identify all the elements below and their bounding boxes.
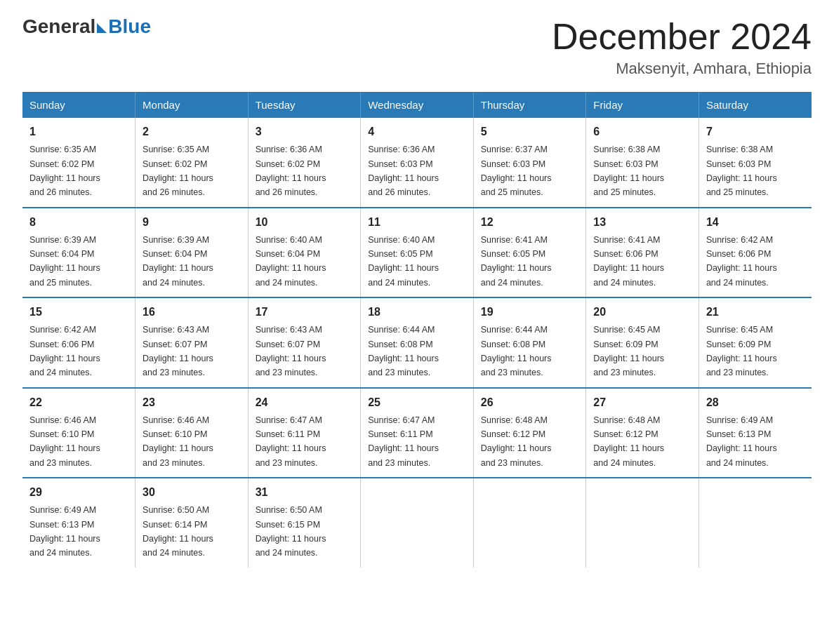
day-number: 6 (593, 123, 691, 140)
day-number: 30 (143, 484, 241, 501)
day-info: Sunrise: 6:49 AMSunset: 6:13 PMDaylight:… (706, 415, 777, 468)
day-cell: 18 Sunrise: 6:44 AMSunset: 6:08 PMDaylig… (361, 297, 474, 388)
day-cell: 31 Sunrise: 6:50 AMSunset: 6:15 PMDaylig… (248, 478, 361, 568)
day-cell: 3 Sunrise: 6:36 AMSunset: 6:02 PMDayligh… (248, 118, 361, 208)
day-cell: 2 Sunrise: 6:35 AMSunset: 6:02 PMDayligh… (135, 118, 249, 208)
day-cell: 21 Sunrise: 6:45 AMSunset: 6:09 PMDaylig… (699, 297, 812, 388)
day-info: Sunrise: 6:42 AMSunset: 6:06 PMDaylight:… (29, 325, 100, 377)
day-cell: 4 Sunrise: 6:36 AMSunset: 6:03 PMDayligh… (361, 118, 474, 208)
day-number: 14 (706, 214, 805, 231)
calendar-subtitle: Maksenyit, Amhara, Ethiopia (552, 60, 812, 78)
day-number: 27 (593, 394, 691, 411)
day-number: 3 (256, 123, 354, 140)
day-number: 13 (593, 214, 691, 231)
week-row-2: 8 Sunrise: 6:39 AMSunset: 6:04 PMDayligh… (22, 208, 812, 298)
day-number: 11 (368, 214, 466, 231)
week-row-4: 22 Sunrise: 6:46 AMSunset: 6:10 PMDaylig… (22, 388, 812, 478)
day-info: Sunrise: 6:48 AMSunset: 6:12 PMDaylight:… (593, 415, 664, 468)
day-info: Sunrise: 6:41 AMSunset: 6:06 PMDaylight:… (593, 235, 664, 288)
day-cell: 27 Sunrise: 6:48 AMSunset: 6:12 PMDaylig… (586, 388, 699, 478)
day-cell: 7 Sunrise: 6:38 AMSunset: 6:03 PMDayligh… (699, 118, 812, 208)
day-cell (473, 478, 586, 568)
day-info: Sunrise: 6:36 AMSunset: 6:02 PMDaylight:… (256, 145, 326, 197)
day-cell: 5 Sunrise: 6:37 AMSunset: 6:03 PMDayligh… (473, 118, 586, 208)
logo-general-text: General (22, 17, 95, 36)
logo-blue-text: Blue (108, 17, 151, 36)
week-row-1: 1 Sunrise: 6:35 AMSunset: 6:02 PMDayligh… (22, 118, 812, 208)
day-info: Sunrise: 6:44 AMSunset: 6:08 PMDaylight:… (368, 325, 439, 377)
day-number: 25 (368, 394, 466, 411)
calendar-title: December 2024 (552, 17, 812, 57)
day-cell: 28 Sunrise: 6:49 AMSunset: 6:13 PMDaylig… (699, 388, 812, 478)
day-info: Sunrise: 6:48 AMSunset: 6:12 PMDaylight:… (481, 415, 552, 468)
day-info: Sunrise: 6:39 AMSunset: 6:04 PMDaylight:… (143, 235, 213, 288)
day-number: 31 (256, 484, 354, 501)
day-cell: 16 Sunrise: 6:43 AMSunset: 6:07 PMDaylig… (135, 297, 249, 388)
day-number: 19 (481, 304, 579, 321)
day-info: Sunrise: 6:44 AMSunset: 6:08 PMDaylight:… (481, 325, 552, 377)
header-thursday: Thursday (473, 92, 586, 118)
day-info: Sunrise: 6:38 AMSunset: 6:03 PMDaylight:… (706, 145, 777, 197)
day-info: Sunrise: 6:40 AMSunset: 6:05 PMDaylight:… (368, 235, 439, 288)
day-info: Sunrise: 6:42 AMSunset: 6:06 PMDaylight:… (706, 235, 777, 288)
day-number: 10 (256, 214, 354, 231)
day-info: Sunrise: 6:45 AMSunset: 6:09 PMDaylight:… (593, 325, 664, 377)
day-cell: 1 Sunrise: 6:35 AMSunset: 6:02 PMDayligh… (22, 118, 135, 208)
day-cell: 6 Sunrise: 6:38 AMSunset: 6:03 PMDayligh… (586, 118, 699, 208)
day-number: 21 (706, 304, 805, 321)
day-info: Sunrise: 6:39 AMSunset: 6:04 PMDaylight:… (29, 235, 100, 288)
day-info: Sunrise: 6:46 AMSunset: 6:10 PMDaylight:… (29, 415, 100, 468)
day-number: 4 (368, 123, 466, 140)
day-cell: 30 Sunrise: 6:50 AMSunset: 6:14 PMDaylig… (135, 478, 249, 568)
day-info: Sunrise: 6:36 AMSunset: 6:03 PMDaylight:… (368, 145, 439, 197)
day-cell (586, 478, 699, 568)
day-cell: 22 Sunrise: 6:46 AMSunset: 6:10 PMDaylig… (22, 388, 135, 478)
day-cell: 29 Sunrise: 6:49 AMSunset: 6:13 PMDaylig… (22, 478, 135, 568)
day-cell: 8 Sunrise: 6:39 AMSunset: 6:04 PMDayligh… (22, 208, 135, 298)
day-info: Sunrise: 6:47 AMSunset: 6:11 PMDaylight:… (368, 415, 439, 468)
day-cell: 13 Sunrise: 6:41 AMSunset: 6:06 PMDaylig… (586, 208, 699, 298)
header-tuesday: Tuesday (248, 92, 361, 118)
header-wednesday: Wednesday (361, 92, 474, 118)
day-cell: 10 Sunrise: 6:40 AMSunset: 6:04 PMDaylig… (248, 208, 361, 298)
day-number: 18 (368, 304, 466, 321)
day-info: Sunrise: 6:40 AMSunset: 6:04 PMDaylight:… (256, 235, 326, 288)
day-number: 2 (143, 123, 241, 140)
header-sunday: Sunday (22, 92, 135, 118)
day-info: Sunrise: 6:50 AMSunset: 6:15 PMDaylight:… (256, 505, 326, 558)
day-cell: 15 Sunrise: 6:42 AMSunset: 6:06 PMDaylig… (22, 297, 135, 388)
day-number: 22 (29, 394, 128, 411)
title-area: December 2024 Maksenyit, Amhara, Ethiopi… (552, 17, 812, 78)
day-number: 5 (481, 123, 579, 140)
header-saturday: Saturday (699, 92, 812, 118)
day-info: Sunrise: 6:47 AMSunset: 6:11 PMDaylight:… (256, 415, 326, 468)
day-cell: 25 Sunrise: 6:47 AMSunset: 6:11 PMDaylig… (361, 388, 474, 478)
day-info: Sunrise: 6:35 AMSunset: 6:02 PMDaylight:… (29, 145, 100, 197)
day-number: 26 (481, 394, 579, 411)
day-number: 8 (29, 214, 128, 231)
day-cell: 26 Sunrise: 6:48 AMSunset: 6:12 PMDaylig… (473, 388, 586, 478)
day-info: Sunrise: 6:45 AMSunset: 6:09 PMDaylight:… (706, 325, 777, 377)
header-row: SundayMondayTuesdayWednesdayThursdayFrid… (22, 92, 812, 118)
page-header: General Blue December 2024 Maksenyit, Am… (22, 17, 812, 78)
day-number: 29 (29, 484, 128, 501)
day-number: 1 (29, 123, 128, 140)
day-info: Sunrise: 6:43 AMSunset: 6:07 PMDaylight:… (143, 325, 213, 377)
day-number: 24 (256, 394, 354, 411)
day-info: Sunrise: 6:38 AMSunset: 6:03 PMDaylight:… (593, 145, 664, 197)
day-number: 15 (29, 304, 128, 321)
day-number: 16 (143, 304, 241, 321)
header-friday: Friday (586, 92, 699, 118)
day-cell (699, 478, 812, 568)
day-number: 12 (481, 214, 579, 231)
day-cell: 9 Sunrise: 6:39 AMSunset: 6:04 PMDayligh… (135, 208, 249, 298)
day-cell: 24 Sunrise: 6:47 AMSunset: 6:11 PMDaylig… (248, 388, 361, 478)
day-cell: 14 Sunrise: 6:42 AMSunset: 6:06 PMDaylig… (699, 208, 812, 298)
day-info: Sunrise: 6:46 AMSunset: 6:10 PMDaylight:… (143, 415, 213, 468)
day-info: Sunrise: 6:41 AMSunset: 6:05 PMDaylight:… (481, 235, 552, 288)
day-cell: 23 Sunrise: 6:46 AMSunset: 6:10 PMDaylig… (135, 388, 249, 478)
week-row-5: 29 Sunrise: 6:49 AMSunset: 6:13 PMDaylig… (22, 478, 812, 568)
calendar-table: SundayMondayTuesdayWednesdayThursdayFrid… (22, 92, 812, 568)
day-number: 20 (593, 304, 691, 321)
day-number: 7 (706, 123, 805, 140)
